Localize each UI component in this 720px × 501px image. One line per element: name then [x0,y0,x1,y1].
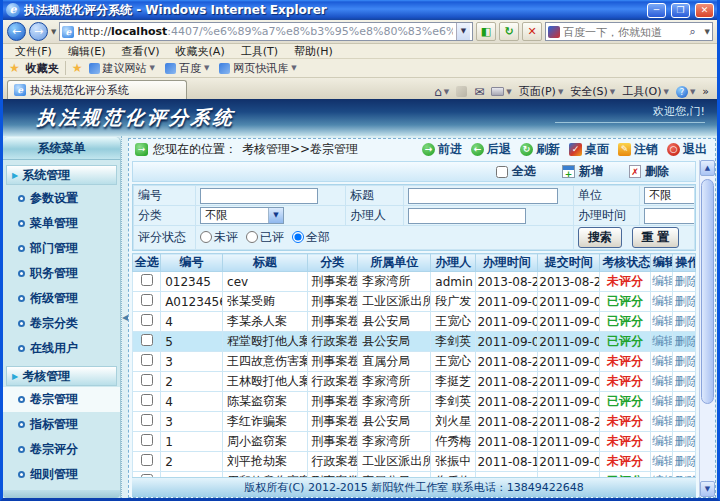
forward-button[interactable]: → [29,22,48,41]
sidebar-group-header[interactable]: ▶考核管理 [6,366,117,386]
sidebar-item[interactable]: 指标管理 [3,412,120,437]
time-from-input[interactable] [644,208,695,224]
menu-item[interactable]: 编辑(E) [60,44,114,59]
column-header[interactable]: 考核状态 [600,254,651,272]
column-header[interactable]: 标题 [223,254,307,272]
delete-link[interactable]: 删除 [674,374,695,388]
favorites-item[interactable]: 网页快讯库▼ [219,61,296,76]
column-header[interactable]: 分类 [307,254,358,272]
edit-link[interactable]: 编辑 [652,314,673,328]
menu-item[interactable]: 查看(V) [113,44,167,59]
edit-link[interactable]: 编辑 [652,294,673,308]
nav-forward-button[interactable]: →前进 [422,141,462,158]
delete-link[interactable]: 删除 [674,334,695,348]
status-radio-label[interactable]: 全部 [306,229,330,246]
row-checkbox[interactable] [141,454,153,466]
delete-link[interactable]: 删除 [674,394,695,408]
number-input[interactable] [200,188,318,204]
column-header[interactable]: 操作 [673,254,696,272]
sidebar-item[interactable]: 职务管理 [3,261,120,286]
column-header[interactable]: 所属单位 [358,254,431,272]
address-dropdown-icon[interactable]: ▼ [456,23,470,40]
table-row[interactable]: 4李某杀人案刑事案卷县公安局王宽心2011-09-062011-09-02已评分… [133,312,696,332]
edit-link[interactable]: 编辑 [652,374,673,388]
sidebar-item[interactable]: 部门管理 [3,236,120,261]
table-row[interactable]: 3李红诈骗案刑事案卷县公安局刘火星2011-08-222011-08-23未评分… [133,412,696,432]
sidebar-group-header[interactable]: ▶系统管理 [6,165,117,185]
search-box[interactable]: ⌕ ▼ [545,22,713,41]
delete-link[interactable]: 删除 [674,414,695,428]
compatibility-icon[interactable]: ◧ [476,22,496,41]
row-checkbox[interactable] [141,434,153,446]
row-checkbox[interactable] [141,294,153,306]
column-header[interactable]: 办理时间 [476,254,538,272]
status-radio-label[interactable]: 已评 [260,229,284,246]
status-radio[interactable] [246,231,258,243]
overflow-chevron[interactable]: » [702,85,709,98]
stop-button[interactable]: ✕ [522,22,542,41]
favorites-item[interactable]: 百度▼ [165,61,209,76]
feeds-button[interactable] [456,86,467,97]
handler-input[interactable] [408,208,526,224]
title-input[interactable] [408,188,558,204]
scroll-up-icon[interactable]: ▲ [700,160,715,176]
column-header[interactable]: 全选 [133,254,161,272]
delete-link[interactable]: 删除 [674,434,695,448]
delete-link[interactable]: 删除 [674,354,695,368]
edit-link[interactable]: 编辑 [652,414,673,428]
sidebar-item[interactable]: 卷宗管理 [3,387,120,412]
mail-button[interactable]: ✉ [474,85,484,99]
nav-back-button[interactable]: ←后退 [471,141,511,158]
table-row[interactable]: 4陈某盗窃案刑事案卷李家湾所李剑英2011-08-252011-09-02已评分… [133,392,696,412]
address-input[interactable]: e http://localhost:4407/%e6%89%a7%e8%b3%… [59,22,473,41]
home-button[interactable]: ⌂▼ [434,85,449,99]
sidebar-item[interactable]: 卷宗分类 [3,311,120,336]
row-checkbox[interactable] [141,334,153,346]
nav-desktop-button[interactable]: ✓桌面 [569,141,609,158]
scroll-thumb[interactable] [701,179,714,404]
add-button[interactable]: + 新增 [562,163,603,180]
menu-item[interactable]: 文件(F) [7,44,60,59]
select-all-control[interactable]: 全选 [496,163,536,180]
search-button[interactable]: 搜索 [578,227,622,248]
help-button[interactable]: ?▼ [676,86,695,98]
close-button[interactable]: ✕ [695,3,714,18]
sidebar-item[interactable]: 参数设置 [3,186,120,211]
row-checkbox[interactable] [141,414,153,426]
row-checkbox[interactable] [141,374,153,386]
row-checkbox[interactable] [141,314,153,326]
table-row[interactable]: 2刘平抢劫案行政案卷工业区派出所张振中2011-08-112011-09-01未… [133,452,696,472]
sidebar-splitter[interactable]: ◀ [121,136,128,498]
menu-item[interactable]: 帮助(H) [286,44,341,59]
print-button[interactable]: ▼ [491,87,511,96]
table-row[interactable]: A012345678张某受贿刑事案卷工业区派出所段广发2011-09-09201… [133,292,696,312]
column-header[interactable]: 编辑 [650,254,673,272]
history-dropdown-icon[interactable]: ▼ [51,28,56,36]
edit-link[interactable]: 编辑 [652,434,673,448]
sidebar-item[interactable]: 菜单管理 [3,211,120,236]
tab-current[interactable]: e 执法规范化评分系统 [7,80,187,99]
unit-select[interactable]: 不限 ▼ [644,187,695,204]
edit-link[interactable]: 编辑 [652,334,673,348]
table-row[interactable]: 2王林殴打他人案行政案卷李家湾所李挺芝2011-08-252011-09-01未… [133,372,696,392]
table-row[interactable]: 1周小盗窃案刑事案卷李家湾所仵秀梅2011-08-192011-09-01未评分… [133,432,696,452]
status-radio[interactable] [292,231,304,243]
table-row[interactable]: 012345cev刑事案卷李家湾所admin2013-08-222013-08-… [133,272,696,292]
favorites-star-icon[interactable]: ★ [9,61,20,75]
vertical-scrollbar[interactable]: ▲ ▼ [699,160,715,497]
edit-link[interactable]: 编辑 [652,274,673,288]
nav-exit-button[interactable]: ○退出 [667,141,707,158]
row-checkbox[interactable] [141,394,153,406]
table-row[interactable]: 5程堂殴打他人案行政案卷县公安局李剑英2011-09-012011-09-02已… [133,332,696,352]
select-all-checkbox[interactable] [496,166,508,178]
row-checkbox[interactable] [141,354,153,366]
status-radio[interactable] [200,231,212,243]
menu-item[interactable]: 工具(T) [233,44,286,59]
edit-link[interactable]: 编辑 [652,454,673,468]
delete-link[interactable]: 删除 [674,294,695,308]
favorites-label[interactable]: 收藏夹 [26,61,59,76]
row-checkbox[interactable] [141,274,153,286]
command-menu-item[interactable]: 页面(P)▼ [519,84,564,99]
column-header[interactable]: 提交时间 [538,254,600,272]
delete-link[interactable]: 删除 [674,314,695,328]
